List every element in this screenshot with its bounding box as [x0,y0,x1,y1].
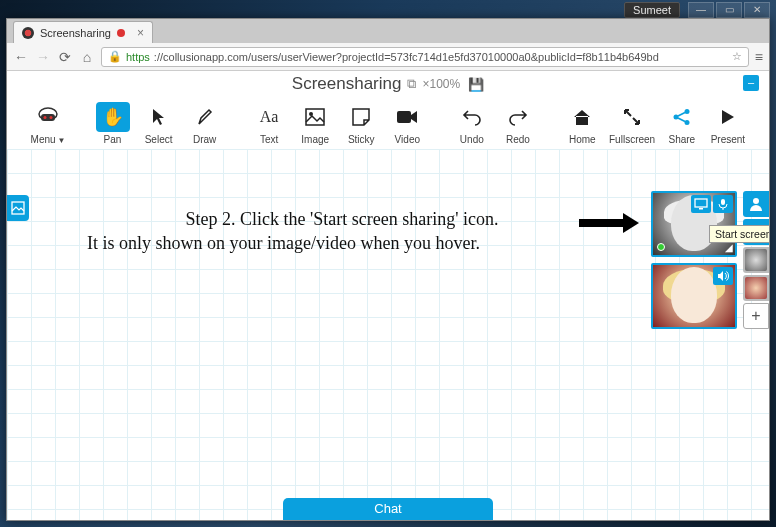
svg-rect-1 [41,114,55,121]
favicon-icon [22,27,34,39]
address-bar: ← → ⟳ ⌂ 🔒 https://collusionapp.com/users… [7,43,769,71]
resize-handle-icon[interactable]: ◢ [725,242,733,253]
svg-rect-6 [397,111,411,123]
reload-icon[interactable]: ⟳ [57,49,73,65]
layers-icon [11,201,25,215]
tab-close-icon[interactable]: × [137,26,144,40]
participant-thumb-1[interactable] [743,247,769,273]
hand-icon: ✋ [96,102,130,132]
toolbar: Menu▼ ✋ Pan Select Draw Aa [7,97,769,149]
video-camera-icon [390,102,424,132]
tooltip: Start screen sharing [709,225,769,243]
svg-point-3 [50,116,53,119]
app-header: Screensharing ⧉ ×100% 💾 – [7,71,769,97]
app-content: Screensharing ⧉ ×100% 💾 – Menu▼ ✋ Pan [7,71,769,520]
browser-tab[interactable]: Screensharing × [13,21,153,43]
house-icon [565,102,599,132]
popout-icon[interactable]: ⧉ [407,76,416,92]
image-icon [298,102,332,132]
vr-headset-icon [31,102,65,132]
select-tool-button[interactable]: Select [136,102,182,145]
draw-tool-button[interactable]: Draw [182,102,228,145]
browser-window: Screensharing × ← → ⟳ ⌂ 🔒 https://collus… [6,18,770,521]
present-button[interactable]: Present [705,102,751,145]
zoom-level[interactable]: ×100% [422,77,460,91]
lock-icon: 🔒 [108,50,122,63]
recording-indicator-icon [117,29,125,37]
forward-icon[interactable]: → [35,49,51,65]
play-icon [711,102,745,132]
text-icon: Aa [252,102,286,132]
url-input[interactable]: 🔒 https://collusionapp.com/users/userVie… [101,47,749,67]
participants-panel-button[interactable] [743,191,769,217]
back-icon[interactable]: ← [13,49,29,65]
url-path: /users/userViewer?projectId=573fc714d1e5… [248,51,659,63]
mic-icon[interactable] [713,195,733,213]
video-tool-button[interactable]: Video [384,102,430,145]
pencil-icon [188,102,222,132]
os-user-badge: Sumeet [624,2,680,18]
collapse-toolbar-button[interactable]: – [743,75,759,91]
canvas-area[interactable]: Step 2. Click the 'Start screen sharing'… [7,149,769,520]
redo-button[interactable]: Redo [495,102,541,145]
image-tool-button[interactable]: Image [292,102,338,145]
add-participant-button[interactable]: + [743,303,769,329]
cursor-icon [142,102,176,132]
svg-rect-10 [12,202,24,214]
window-minimize-button[interactable]: — [688,2,714,18]
participant-tile-other[interactable] [651,263,737,329]
home-button[interactable]: Home [559,102,605,145]
pan-tool-button[interactable]: ✋ Pan [89,102,135,145]
window-maximize-button[interactable]: ▭ [716,2,742,18]
person-icon [748,197,764,211]
participant-thumb-2[interactable] [743,275,769,301]
right-sidebar: + [743,191,769,329]
bookmark-star-icon[interactable]: ☆ [732,50,742,63]
tab-title: Screensharing [40,27,111,39]
participant-tile-self[interactable]: ◢ [651,191,737,257]
sticky-note-icon [344,102,378,132]
home-icon[interactable]: ⌂ [79,49,95,65]
window-close-button[interactable]: ✕ [744,2,770,18]
fullscreen-button[interactable]: Fullscreen [605,102,658,145]
svg-point-2 [44,116,47,119]
redo-icon [501,102,535,132]
sticky-tool-button[interactable]: Sticky [338,102,384,145]
instruction-text: Step 2. Click the 'Start screen sharing'… [87,207,597,256]
svg-point-14 [753,198,759,204]
undo-button[interactable]: Undo [449,102,495,145]
url-host: ://collusionapp.com [154,51,248,63]
annotation-arrow-icon [579,213,639,233]
share-icon [665,102,699,132]
presence-dot-icon [657,243,665,251]
share-button[interactable]: Share [659,102,705,145]
undo-icon [455,102,489,132]
svg-rect-12 [699,208,703,210]
chat-button[interactable]: Chat [283,498,493,520]
project-title: Screensharing [292,74,402,94]
text-tool-button[interactable]: Aa Text [246,102,292,145]
left-panel-toggle[interactable] [7,195,29,221]
url-scheme: https [126,51,150,63]
start-screen-sharing-icon[interactable] [691,195,711,213]
chrome-menu-icon[interactable]: ≡ [755,49,763,65]
tab-strip: Screensharing × [7,19,769,43]
svg-rect-11 [695,199,707,207]
svg-rect-13 [721,199,725,205]
fullscreen-icon [615,102,649,132]
save-icon[interactable]: 💾 [468,77,484,92]
menu-button[interactable]: Menu▼ [25,102,71,145]
svg-rect-4 [306,109,324,125]
audio-icon[interactable] [713,267,733,285]
